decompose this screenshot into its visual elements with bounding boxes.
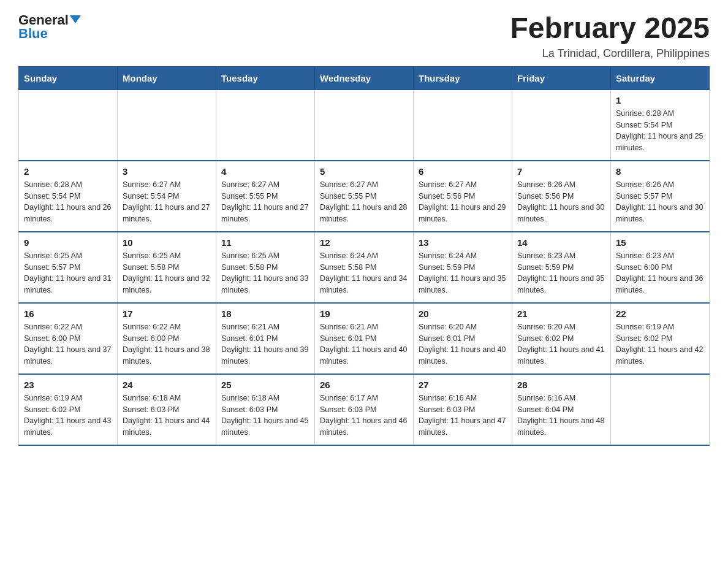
- day-info: Sunrise: 6:24 AMSunset: 5:59 PMDaylight:…: [419, 250, 507, 296]
- logo-triangle-icon: [70, 15, 81, 23]
- calendar-cell: 8Sunrise: 6:26 AMSunset: 5:57 PMDaylight…: [611, 161, 710, 232]
- calendar-body: 1Sunrise: 6:28 AMSunset: 5:54 PMDaylight…: [19, 90, 710, 445]
- day-info: Sunrise: 6:26 AMSunset: 5:57 PMDaylight:…: [616, 179, 704, 225]
- day-info: Sunrise: 6:16 AMSunset: 6:03 PMDaylight:…: [419, 393, 507, 439]
- calendar-cell: 6Sunrise: 6:27 AMSunset: 5:56 PMDaylight…: [414, 161, 512, 232]
- calendar-cell: 19Sunrise: 6:21 AMSunset: 6:01 PMDayligh…: [315, 303, 414, 374]
- month-title: February 2025: [510, 12, 710, 45]
- calendar-cell: 20Sunrise: 6:20 AMSunset: 6:01 PMDayligh…: [414, 303, 512, 374]
- day-info: Sunrise: 6:25 AMSunset: 5:58 PMDaylight:…: [221, 250, 309, 296]
- calendar-cell: 22Sunrise: 6:19 AMSunset: 6:02 PMDayligh…: [611, 303, 710, 374]
- calendar-cell: 9Sunrise: 6:25 AMSunset: 5:57 PMDaylight…: [19, 232, 118, 303]
- header-cell-friday: Friday: [512, 66, 611, 90]
- day-info: Sunrise: 6:25 AMSunset: 5:57 PMDaylight:…: [24, 250, 112, 296]
- calendar-cell: 14Sunrise: 6:23 AMSunset: 5:59 PMDayligh…: [512, 232, 611, 303]
- calendar-cell: 24Sunrise: 6:18 AMSunset: 6:03 PMDayligh…: [118, 374, 216, 445]
- day-info: Sunrise: 6:28 AMSunset: 5:54 PMDaylight:…: [616, 108, 704, 154]
- calendar-cell: [315, 90, 414, 161]
- day-info: Sunrise: 6:22 AMSunset: 6:00 PMDaylight:…: [24, 321, 112, 367]
- day-number: 11: [221, 237, 309, 248]
- day-info: Sunrise: 6:26 AMSunset: 5:56 PMDaylight:…: [517, 179, 605, 225]
- calendar-cell: 17Sunrise: 6:22 AMSunset: 6:00 PMDayligh…: [118, 303, 216, 374]
- day-info: Sunrise: 6:18 AMSunset: 6:03 PMDaylight:…: [221, 393, 309, 439]
- day-info: Sunrise: 6:17 AMSunset: 6:03 PMDaylight:…: [320, 393, 408, 439]
- day-info: Sunrise: 6:21 AMSunset: 6:01 PMDaylight:…: [320, 321, 408, 367]
- calendar-cell: [216, 90, 315, 161]
- day-number: 25: [221, 380, 309, 390]
- day-info: Sunrise: 6:18 AMSunset: 6:03 PMDaylight:…: [123, 393, 211, 439]
- calendar-cell: [19, 90, 118, 161]
- day-info: Sunrise: 6:22 AMSunset: 6:00 PMDaylight:…: [123, 321, 211, 367]
- day-info: Sunrise: 6:28 AMSunset: 5:54 PMDaylight:…: [24, 179, 112, 225]
- day-info: Sunrise: 6:16 AMSunset: 6:04 PMDaylight:…: [517, 393, 605, 439]
- header-cell-thursday: Thursday: [414, 66, 512, 90]
- header-row: SundayMondayTuesdayWednesdayThursdayFrid…: [19, 66, 710, 90]
- day-number: 12: [320, 237, 408, 248]
- day-number: 15: [616, 237, 704, 248]
- day-number: 6: [419, 166, 507, 177]
- day-number: 5: [320, 166, 408, 177]
- title-block: February 2025 La Trinidad, Cordillera, P…: [510, 12, 710, 60]
- calendar-cell: 15Sunrise: 6:23 AMSunset: 6:00 PMDayligh…: [611, 232, 710, 303]
- calendar-cell: 12Sunrise: 6:24 AMSunset: 5:58 PMDayligh…: [315, 232, 414, 303]
- week-row-5: 23Sunrise: 6:19 AMSunset: 6:02 PMDayligh…: [19, 374, 710, 445]
- day-number: 17: [123, 308, 211, 319]
- location-title: La Trinidad, Cordillera, Philippines: [510, 47, 710, 60]
- day-number: 22: [616, 308, 704, 319]
- day-number: 20: [419, 308, 507, 319]
- week-row-2: 2Sunrise: 6:28 AMSunset: 5:54 PMDaylight…: [19, 161, 710, 232]
- calendar-cell: 5Sunrise: 6:27 AMSunset: 5:55 PMDaylight…: [315, 161, 414, 232]
- calendar-table: SundayMondayTuesdayWednesdayThursdayFrid…: [18, 66, 710, 446]
- day-number: 1: [616, 95, 704, 105]
- logo-blue-text: Blue: [18, 26, 48, 42]
- header-cell-tuesday: Tuesday: [216, 66, 315, 90]
- day-info: Sunrise: 6:19 AMSunset: 6:02 PMDaylight:…: [616, 321, 704, 367]
- day-info: Sunrise: 6:20 AMSunset: 6:02 PMDaylight:…: [517, 321, 605, 367]
- day-number: 4: [221, 166, 309, 177]
- day-number: 14: [517, 237, 605, 248]
- calendar-cell: 21Sunrise: 6:20 AMSunset: 6:02 PMDayligh…: [512, 303, 611, 374]
- calendar-cell: 18Sunrise: 6:21 AMSunset: 6:01 PMDayligh…: [216, 303, 315, 374]
- day-info: Sunrise: 6:23 AMSunset: 6:00 PMDaylight:…: [616, 250, 704, 296]
- calendar-cell: 28Sunrise: 6:16 AMSunset: 6:04 PMDayligh…: [512, 374, 611, 445]
- day-info: Sunrise: 6:24 AMSunset: 5:58 PMDaylight:…: [320, 250, 408, 296]
- week-row-4: 16Sunrise: 6:22 AMSunset: 6:00 PMDayligh…: [19, 303, 710, 374]
- calendar-cell: 23Sunrise: 6:19 AMSunset: 6:02 PMDayligh…: [19, 374, 118, 445]
- calendar-cell: 4Sunrise: 6:27 AMSunset: 5:55 PMDaylight…: [216, 161, 315, 232]
- day-info: Sunrise: 6:25 AMSunset: 5:58 PMDaylight:…: [123, 250, 211, 296]
- day-number: 18: [221, 308, 309, 319]
- day-info: Sunrise: 6:20 AMSunset: 6:01 PMDaylight:…: [419, 321, 507, 367]
- calendar-cell: 16Sunrise: 6:22 AMSunset: 6:00 PMDayligh…: [19, 303, 118, 374]
- day-info: Sunrise: 6:19 AMSunset: 6:02 PMDaylight:…: [24, 393, 112, 439]
- day-info: Sunrise: 6:27 AMSunset: 5:56 PMDaylight:…: [419, 179, 507, 225]
- calendar-cell: 7Sunrise: 6:26 AMSunset: 5:56 PMDaylight…: [512, 161, 611, 232]
- calendar-cell: 10Sunrise: 6:25 AMSunset: 5:58 PMDayligh…: [118, 232, 216, 303]
- day-number: 27: [419, 380, 507, 390]
- day-number: 23: [24, 380, 112, 390]
- day-number: 19: [320, 308, 408, 319]
- day-number: 24: [123, 380, 211, 390]
- calendar-cell: [512, 90, 611, 161]
- day-number: 28: [517, 380, 605, 390]
- calendar-cell: 26Sunrise: 6:17 AMSunset: 6:03 PMDayligh…: [315, 374, 414, 445]
- day-number: 21: [517, 308, 605, 319]
- calendar-cell: 27Sunrise: 6:16 AMSunset: 6:03 PMDayligh…: [414, 374, 512, 445]
- day-number: 8: [616, 166, 704, 177]
- calendar-cell: 13Sunrise: 6:24 AMSunset: 5:59 PMDayligh…: [414, 232, 512, 303]
- header-cell-saturday: Saturday: [611, 66, 710, 90]
- day-number: 13: [419, 237, 507, 248]
- day-info: Sunrise: 6:21 AMSunset: 6:01 PMDaylight:…: [221, 321, 309, 367]
- calendar-header: SundayMondayTuesdayWednesdayThursdayFrid…: [19, 66, 710, 90]
- day-info: Sunrise: 6:27 AMSunset: 5:54 PMDaylight:…: [123, 179, 211, 225]
- header-cell-wednesday: Wednesday: [315, 66, 414, 90]
- calendar-cell: 2Sunrise: 6:28 AMSunset: 5:54 PMDaylight…: [19, 161, 118, 232]
- week-row-3: 9Sunrise: 6:25 AMSunset: 5:57 PMDaylight…: [19, 232, 710, 303]
- calendar-cell: [118, 90, 216, 161]
- calendar-cell: [414, 90, 512, 161]
- day-number: 26: [320, 380, 408, 390]
- header-cell-sunday: Sunday: [19, 66, 118, 90]
- day-info: Sunrise: 6:27 AMSunset: 5:55 PMDaylight:…: [221, 179, 309, 225]
- page-header: General Blue February 2025 La Trinidad, …: [18, 12, 710, 60]
- calendar-cell: 25Sunrise: 6:18 AMSunset: 6:03 PMDayligh…: [216, 374, 315, 445]
- day-number: 7: [517, 166, 605, 177]
